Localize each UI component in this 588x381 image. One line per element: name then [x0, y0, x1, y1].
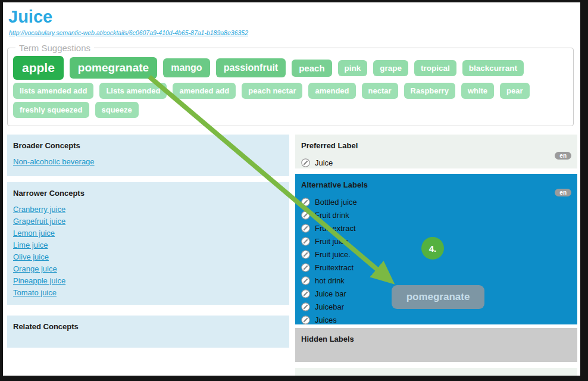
narrower-concepts-panel: Narrower Concepts Cranberry juiceGrapefr…	[7, 182, 289, 305]
language-badge: en	[555, 189, 571, 196]
concept-link[interactable]: Lime juice	[13, 239, 48, 251]
concept-detail-view: Juice http://vocabulary.semantic-web.at/…	[3, 2, 580, 376]
label-text: Fruit extract	[315, 224, 356, 233]
term-suggestions-legend: Term Suggestions	[15, 43, 94, 53]
language-badge: en	[555, 152, 571, 160]
alternative-labels-heading: Alternative Labels	[301, 180, 571, 189]
preferred-items: Juice	[301, 156, 571, 169]
edit-label-icon[interactable]	[301, 158, 310, 167]
term-suggestions-section: Term Suggestions applepomegranatemangopa…	[7, 43, 574, 126]
label-item[interactable]: Bottled juice	[301, 195, 357, 208]
broader-concepts-panel: Broader Concepts Non-alcoholic beverage	[7, 135, 289, 176]
label-text: Juicebar	[315, 302, 344, 311]
term-suggestion-tag[interactable]: pomegranate	[70, 57, 157, 79]
label-item[interactable]: Fruit drink	[301, 208, 349, 221]
term-suggestion-tag[interactable]: pear	[500, 83, 529, 99]
concept-link[interactable]: Grapefruit juice	[13, 216, 65, 227]
term-suggestion-tag[interactable]: freshly squeezed	[13, 102, 89, 118]
scope-notes-heading: Scope Notes	[301, 374, 571, 376]
drag-ghost-pomegranate[interactable]: pomegranate	[392, 285, 484, 309]
label-text: hot drink	[315, 276, 345, 285]
term-suggestion-tag[interactable]: peach	[292, 60, 331, 77]
label-text: Fruit drink	[315, 211, 349, 220]
term-suggestions-row: applepomegranatemangopassionfruitpeachpi…	[13, 56, 568, 80]
label-item[interactable]: hot drink	[301, 274, 345, 287]
label-text: Juice	[315, 158, 333, 167]
label-text: Fruit juice	[315, 237, 348, 246]
narrower-concepts-heading: Narrower Concepts	[13, 189, 283, 198]
label-item[interactable]: Juice	[301, 156, 333, 169]
term-suggestion-tag[interactable]: tropical	[414, 60, 456, 76]
term-suggestion-tag[interactable]: blackcurrant	[462, 60, 524, 76]
term-suggestion-tag[interactable]: nectar	[362, 83, 398, 99]
term-suggestion-tag[interactable]: amended add	[173, 83, 236, 99]
label-item[interactable]: Juices	[301, 313, 337, 326]
related-concepts-heading: Related Concepts	[13, 322, 283, 331]
term-suggestion-tag[interactable]: squeeze	[95, 102, 139, 118]
concept-link[interactable]: Orange juice	[13, 263, 57, 275]
narrower-links: Cranberry juiceGrapefruit juiceLemon jui…	[13, 204, 283, 299]
edit-label-icon[interactable]	[301, 211, 310, 220]
label-item[interactable]: Fruit juice	[301, 235, 348, 248]
label-text: Juice bar	[315, 289, 346, 298]
label-text: Fruit juice.	[315, 250, 351, 259]
label-item[interactable]: Juicebar	[301, 300, 344, 313]
concept-link[interactable]: Pineapple juice	[13, 275, 65, 287]
term-suggestions-row: freshly squeezedsqueeze	[13, 102, 568, 118]
edit-label-icon[interactable]	[301, 316, 310, 324]
broader-concepts-heading: Broader Concepts	[13, 141, 283, 150]
label-item[interactable]: Fruitextract	[301, 261, 354, 274]
edit-label-icon[interactable]	[301, 263, 310, 272]
preferred-label-panel: Preferred Label Juice en	[295, 135, 577, 168]
label-item[interactable]: Juice bar	[301, 287, 346, 300]
hidden-labels-heading: Hidden Labels	[301, 335, 571, 343]
term-suggestion-tag[interactable]: apple	[13, 56, 64, 80]
term-suggestion-tag[interactable]: mango	[163, 58, 209, 77]
edit-label-icon[interactable]	[301, 302, 310, 311]
label-text: Juices	[315, 316, 337, 324]
edit-label-icon[interactable]	[301, 198, 310, 207]
broader-links: Non-alcoholic beverage	[13, 156, 283, 168]
term-suggestion-tag[interactable]: passionfruit	[216, 58, 286, 77]
term-suggestion-tag[interactable]: Lists amended	[99, 83, 167, 99]
term-suggestion-tag[interactable]: amended	[308, 83, 355, 99]
concept-link[interactable]: Non-alcoholic beverage	[13, 156, 95, 168]
edit-label-icon[interactable]	[301, 276, 310, 285]
scope-notes-panel: Scope Notes	[295, 368, 577, 376]
term-suggestion-tag[interactable]: white	[461, 83, 494, 99]
edit-label-icon[interactable]	[301, 289, 310, 298]
term-suggestions-rows: applepomegranatemangopassionfruitpeachpi…	[8, 56, 573, 118]
label-text: Bottled juice	[315, 198, 357, 207]
term-suggestion-tag[interactable]: grape	[373, 60, 408, 76]
preferred-label-heading: Preferred Label	[301, 141, 571, 150]
related-concepts-panel: Related Concepts	[7, 316, 289, 348]
hidden-labels-panel: Hidden Labels	[295, 328, 577, 362]
concept-uri-link[interactable]: http://vocabulary.semantic-web.at/cockta…	[9, 29, 248, 36]
app-window: Juice http://vocabulary.semantic-web.at/…	[0, 0, 588, 381]
term-suggestion-tag[interactable]: pink	[338, 60, 368, 76]
label-item[interactable]: Fruit extract	[301, 221, 356, 235]
step-number-annotation: 4.	[421, 237, 444, 260]
concept-link[interactable]: Tomato juice	[13, 287, 57, 299]
edit-label-icon[interactable]	[301, 237, 310, 246]
term-suggestion-tag[interactable]: peach nectar	[242, 83, 302, 99]
concept-link[interactable]: Cranberry juice	[13, 204, 65, 216]
term-suggestions-row: lists amended addLists amendedamended ad…	[13, 83, 568, 99]
label-item[interactable]: Fruit juice.	[301, 248, 351, 261]
edit-label-icon[interactable]	[301, 224, 310, 233]
term-suggestion-tag[interactable]: lists amended add	[13, 83, 93, 99]
concept-link[interactable]: Olive juice	[13, 251, 49, 263]
label-text: Fruitextract	[315, 263, 354, 272]
edit-label-icon[interactable]	[301, 250, 310, 259]
concept-link[interactable]: Lemon juice	[13, 227, 55, 239]
term-suggestion-tag[interactable]: Raspberry	[404, 83, 455, 99]
page-title: Juice	[8, 7, 52, 27]
